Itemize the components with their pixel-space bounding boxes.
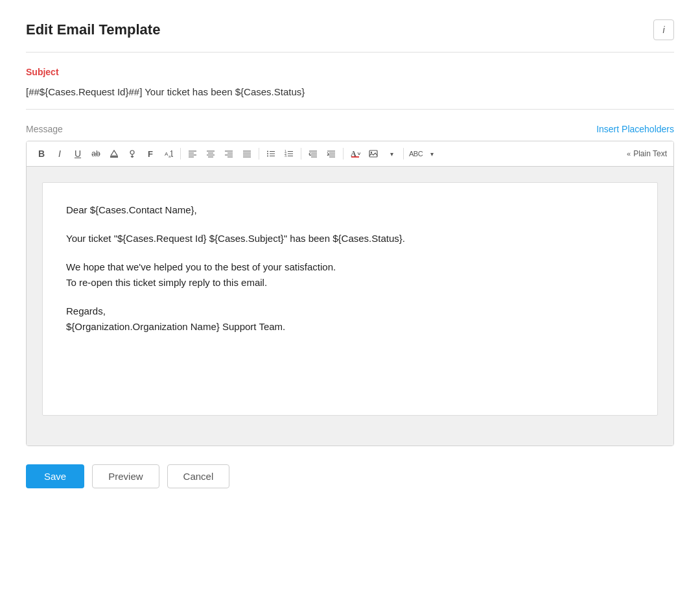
email-greeting: Dear ${Cases.Contact Name}, — [66, 202, 634, 218]
more-options-button[interactable]: ▾ — [383, 145, 400, 162]
align-right-button[interactable] — [220, 145, 237, 162]
ordered-list-button[interactable]: 1. 2. 3. — [281, 145, 298, 162]
ordered-list-icon: 1. 2. 3. — [285, 149, 294, 158]
editor-body: Dear ${Cases.Contact Name}, Your ticket … — [27, 167, 673, 446]
highlight-button[interactable] — [106, 145, 122, 162]
editor-toolbar: B I U ab F A a — [27, 141, 673, 167]
footer-buttons: Save Preview Cancel — [26, 464, 674, 488]
svg-point-23 — [267, 151, 268, 152]
plain-text-label: Plain Text — [633, 149, 667, 158]
unordered-list-icon — [266, 149, 275, 158]
align-left-button[interactable] — [184, 145, 201, 162]
strikethrough-button[interactable]: ab — [88, 145, 104, 162]
indent-icon — [327, 149, 336, 158]
align-center-button[interactable] — [202, 145, 219, 162]
paint-icon — [128, 149, 137, 158]
paint-button[interactable] — [124, 145, 141, 162]
outdent-button[interactable] — [305, 145, 321, 162]
insert-placeholders-button[interactable]: Insert Placeholders — [596, 124, 674, 134]
message-header: Message Insert Placeholders — [26, 124, 674, 134]
email-regards: Regards, ${Organization.Organization Nam… — [66, 304, 634, 335]
text-color-icon: A — [350, 149, 360, 159]
plain-text-chevron: « — [627, 150, 631, 158]
align-right-icon — [224, 149, 233, 158]
email-hope-line: We hope that we've helped you to the bes… — [66, 259, 634, 291]
image-button[interactable] — [365, 145, 382, 162]
unordered-list-button[interactable] — [262, 145, 279, 162]
font-family-button[interactable]: F — [142, 145, 159, 162]
email-ticket-info: Your ticket "${Cases.Request Id} ${Cases… — [66, 231, 634, 246]
italic-button[interactable]: I — [51, 145, 68, 162]
svg-point-27 — [267, 156, 268, 157]
svg-text:3.: 3. — [285, 154, 287, 158]
align-justify-icon — [242, 149, 251, 158]
outdent-icon — [309, 149, 318, 158]
indent-button[interactable] — [323, 145, 340, 162]
toolbar-sep-5 — [403, 148, 404, 160]
spellcheck-more-button[interactable]: ▾ — [426, 145, 438, 162]
text-color-button[interactable]: A — [347, 145, 364, 162]
align-center-icon — [206, 149, 215, 158]
message-label: Message — [26, 124, 63, 134]
preview-button[interactable]: Preview — [92, 464, 159, 488]
page-header: Edit Email Template i — [26, 19, 674, 53]
align-justify-button[interactable] — [239, 145, 255, 162]
svg-text:a: a — [169, 154, 171, 158]
email-content-area[interactable]: Dear ${Cases.Contact Name}, Your ticket … — [42, 182, 658, 416]
image-icon — [369, 149, 378, 158]
info-button[interactable]: i — [653, 19, 674, 40]
toolbar-sep-4 — [343, 148, 344, 160]
plain-text-toggle[interactable]: « Plain Text — [627, 149, 667, 158]
save-button[interactable]: Save — [26, 464, 84, 488]
toolbar-sep-1 — [180, 148, 181, 160]
toolbar-sep-3 — [301, 148, 301, 160]
underline-button[interactable]: U — [69, 145, 86, 162]
email-editor: B I U ab F A a — [26, 141, 674, 446]
spellcheck-button[interactable]: ABC — [407, 145, 425, 162]
highlight-icon — [110, 149, 119, 158]
font-size-icon: A a — [164, 149, 173, 158]
subject-label: Subject — [26, 67, 674, 77]
subject-value[interactable]: [##${Cases.Request Id}##] Your ticket ha… — [26, 82, 674, 110]
bold-button[interactable]: B — [33, 145, 50, 162]
align-left-icon — [188, 149, 197, 158]
cancel-button[interactable]: Cancel — [167, 464, 230, 488]
page-title: Edit Email Template — [26, 21, 160, 38]
font-size-button[interactable]: A a — [160, 145, 177, 162]
toolbar-sep-2 — [259, 148, 259, 160]
svg-point-45 — [371, 152, 372, 153]
svg-point-25 — [267, 153, 268, 154]
svg-rect-0 — [110, 156, 118, 158]
svg-point-1 — [130, 150, 134, 154]
